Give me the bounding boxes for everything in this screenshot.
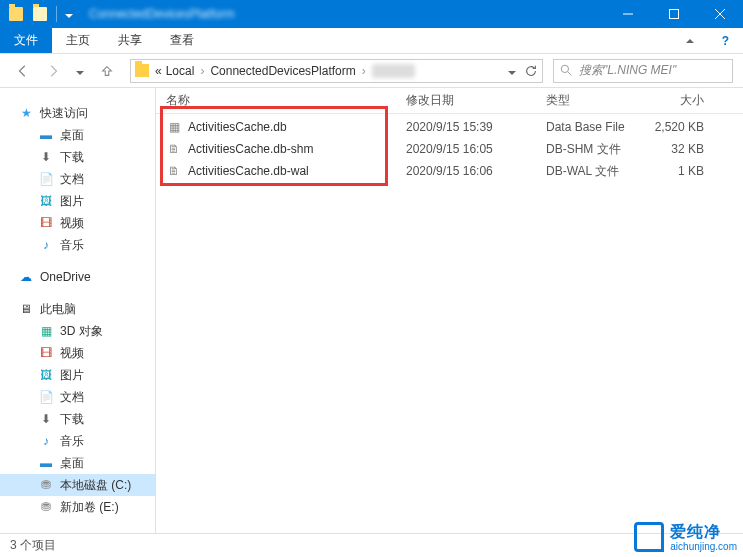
chevron-right-icon: › <box>198 64 206 78</box>
tab-home[interactable]: 主页 <box>52 28 104 53</box>
sidebar-documents-pc[interactable]: 📄 文档 <box>0 386 155 408</box>
pc-icon: 🖥 <box>18 301 34 317</box>
watermark: 爱纯净 aichunjing.com <box>634 522 737 553</box>
desktop-icon: ▬ <box>38 127 54 143</box>
sidebar-pictures-pc[interactable]: 🖼 图片 <box>0 364 155 386</box>
navigation-pane[interactable]: ★ 快速访问 ▬ 桌面 ⬇ 下载 📄 文档 🖼 图片 🎞 视频 ♪ 音乐 ☁ <box>0 88 156 533</box>
sidebar-this-pc[interactable]: 🖥 此电脑 <box>0 298 155 320</box>
content-area: ★ 快速访问 ▬ 桌面 ⬇ 下载 📄 文档 🖼 图片 🎞 视频 ♪ 音乐 ☁ <box>0 88 743 533</box>
refresh-icon[interactable] <box>524 64 538 78</box>
svg-point-1 <box>561 65 568 72</box>
ribbon-minimize-icon[interactable] <box>672 28 708 53</box>
document-icon: 📄 <box>38 389 54 405</box>
qat-divider <box>56 6 57 22</box>
file-icon: 🗎 <box>166 163 182 179</box>
watermark-logo-icon <box>634 522 664 552</box>
new-folder-icon[interactable] <box>32 6 48 22</box>
star-icon: ★ <box>18 105 34 121</box>
sidebar-music[interactable]: ♪ 音乐 <box>0 234 155 256</box>
file-icon: 🗎 <box>166 141 182 157</box>
document-icon: 📄 <box>38 171 54 187</box>
column-modified[interactable]: 修改日期 <box>396 92 536 109</box>
music-icon: ♪ <box>38 237 54 253</box>
sidebar-quick-access[interactable]: ★ 快速访问 <box>0 102 155 124</box>
cube-icon: ▦ <box>38 323 54 339</box>
tab-view[interactable]: 查看 <box>156 28 208 53</box>
desktop-icon: ▬ <box>38 455 54 471</box>
sidebar-new-volume[interactable]: ⛃ 新加卷 (E:) <box>0 496 155 518</box>
minimize-button[interactable] <box>605 0 651 28</box>
address-dropdown-icon[interactable] <box>508 64 516 78</box>
sidebar-videos[interactable]: 🎞 视频 <box>0 212 155 234</box>
file-row[interactable]: 🗎 ActivitiesCache.db-shm 2020/9/15 16:05… <box>156 138 743 160</box>
file-type: DB-SHM 文件 <box>536 141 646 158</box>
item-count: 3 个项目 <box>10 537 56 554</box>
ribbon-tabs: 文件 主页 共享 查看 ? <box>0 28 743 54</box>
download-icon: ⬇ <box>38 411 54 427</box>
file-date: 2020/9/15 16:06 <box>396 164 536 178</box>
breadcrumb-cdp[interactable]: ConnectedDevicesPlatform <box>210 64 355 78</box>
search-input[interactable]: 搜索"L.NING MEI" <box>553 59 733 83</box>
address-bar[interactable]: « Local › ConnectedDevicesPlatform › <box>130 59 543 83</box>
window-title: ConnectedDevicesPlatform <box>89 7 234 21</box>
breadcrumb-folder[interactable] <box>372 64 415 78</box>
sidebar-downloads[interactable]: ⬇ 下载 <box>0 146 155 168</box>
help-icon[interactable]: ? <box>708 28 743 53</box>
drive-icon: ⛃ <box>38 477 54 493</box>
file-icon: ▦ <box>166 119 182 135</box>
search-icon <box>560 64 573 77</box>
folder-icon <box>135 63 151 79</box>
folder-icon <box>8 6 24 22</box>
titlebar: ConnectedDevicesPlatform <box>0 0 743 28</box>
column-type[interactable]: 类型 <box>536 92 646 109</box>
sidebar-desktop[interactable]: ▬ 桌面 <box>0 124 155 146</box>
file-type: DB-WAL 文件 <box>536 163 646 180</box>
cloud-icon: ☁ <box>18 269 34 285</box>
file-list: 名称 修改日期 类型 大小 ▦ ActivitiesCache.db 2020/… <box>156 88 743 533</box>
qat-dropdown-icon[interactable] <box>65 7 73 21</box>
watermark-url: aichunjing.com <box>670 541 737 553</box>
file-type: Data Base File <box>536 120 646 134</box>
music-icon: ♪ <box>38 433 54 449</box>
file-row[interactable]: ▦ ActivitiesCache.db 2020/9/15 15:39 Dat… <box>156 116 743 138</box>
status-bar: 3 个项目 <box>0 533 743 557</box>
sidebar-pictures[interactable]: 🖼 图片 <box>0 190 155 212</box>
sidebar-videos-pc[interactable]: 🎞 视频 <box>0 342 155 364</box>
column-name[interactable]: 名称 <box>156 92 396 109</box>
file-row[interactable]: 🗎 ActivitiesCache.db-wal 2020/9/15 16:06… <box>156 160 743 182</box>
sidebar-onedrive[interactable]: ☁ OneDrive <box>0 266 155 288</box>
sidebar-desktop-pc[interactable]: ▬ 桌面 <box>0 452 155 474</box>
download-icon: ⬇ <box>38 149 54 165</box>
file-name: ActivitiesCache.db-shm <box>188 142 313 156</box>
file-size: 1 KB <box>646 164 716 178</box>
column-headers: 名称 修改日期 类型 大小 <box>156 88 743 114</box>
sidebar-documents[interactable]: 📄 文档 <box>0 168 155 190</box>
maximize-button[interactable] <box>651 0 697 28</box>
drive-icon: ⛃ <box>38 499 54 515</box>
breadcrumb-prefix: « <box>155 64 162 78</box>
up-button[interactable] <box>94 60 120 82</box>
sidebar-music-pc[interactable]: ♪ 音乐 <box>0 430 155 452</box>
back-button[interactable] <box>10 60 36 82</box>
file-date: 2020/9/15 15:39 <box>396 120 536 134</box>
breadcrumb-local[interactable]: Local <box>166 64 195 78</box>
forward-button[interactable] <box>40 60 66 82</box>
picture-icon: 🖼 <box>38 367 54 383</box>
file-name: ActivitiesCache.db-wal <box>188 164 309 178</box>
sidebar-local-disk[interactable]: ⛃ 本地磁盘 (C:) <box>0 474 155 496</box>
file-size: 32 KB <box>646 142 716 156</box>
column-size[interactable]: 大小 <box>646 92 716 109</box>
recent-locations-icon[interactable] <box>70 60 90 82</box>
video-icon: 🎞 <box>38 215 54 231</box>
sidebar-3d-objects[interactable]: ▦ 3D 对象 <box>0 320 155 342</box>
tab-share[interactable]: 共享 <box>104 28 156 53</box>
watermark-title: 爱纯净 <box>670 522 721 541</box>
close-button[interactable] <box>697 0 743 28</box>
svg-rect-0 <box>670 10 679 19</box>
chevron-right-icon: › <box>360 64 368 78</box>
picture-icon: 🖼 <box>38 193 54 209</box>
navigation-bar: « Local › ConnectedDevicesPlatform › 搜索"… <box>0 54 743 88</box>
sidebar-downloads-pc[interactable]: ⬇ 下载 <box>0 408 155 430</box>
tab-file[interactable]: 文件 <box>0 28 52 53</box>
search-placeholder: 搜索"L.NING MEI" <box>579 62 676 79</box>
